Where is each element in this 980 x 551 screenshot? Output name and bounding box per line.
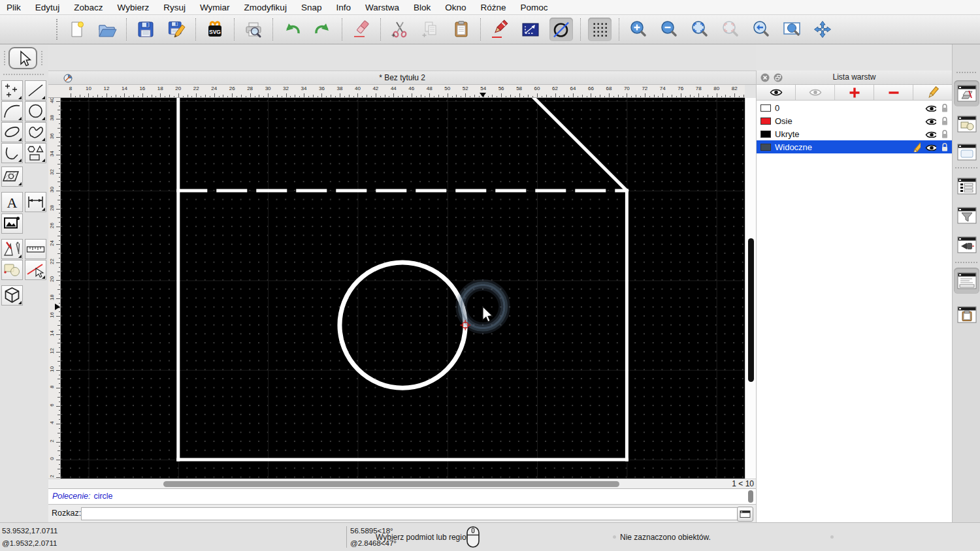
menu-item-plik[interactable]: Plik [7, 3, 21, 12]
draw-tools-tool-button[interactable] [1, 239, 23, 259]
blocks-tool-button[interactable] [1, 260, 23, 280]
arc-tool-button[interactable] [1, 101, 23, 121]
horizontal-scrollbar-thumb[interactable] [163, 481, 619, 487]
spline-tool-button[interactable] [25, 122, 46, 142]
remove-layer-button[interactable] [874, 85, 913, 100]
layer-lock-icon[interactable] [941, 129, 949, 139]
clipboard-panel-button[interactable] [954, 302, 979, 328]
menu-item-info[interactable]: Info [336, 3, 351, 12]
palette-drag-handle[interactable] [3, 74, 44, 75]
layer-lock-icon[interactable] [941, 103, 949, 113]
layer-color-swatch[interactable] [760, 131, 771, 138]
view-options-panel-button[interactable] [954, 232, 979, 258]
shapes-tool-button[interactable] [25, 143, 46, 163]
selection-pointer-button[interactable] [8, 47, 37, 69]
select-entity-tool-button[interactable] [25, 260, 46, 280]
menu-item-edytuj[interactable]: Edytuj [35, 3, 60, 12]
layer-row-osie[interactable]: Osie [757, 114, 952, 127]
layer-row-widoczne[interactable]: Widoczne [757, 140, 952, 153]
zoom-in-button[interactable] [627, 18, 650, 41]
points-tool-button[interactable] [1, 80, 23, 101]
toolbar-drag-handle[interactable] [56, 19, 57, 40]
document-tab-title[interactable]: * Bez tytułu 2 [48, 71, 756, 85]
circle-tool-button[interactable] [25, 101, 46, 121]
circle-2points-button[interactable] [549, 18, 573, 41]
block-list-panel-button[interactable] [954, 111, 979, 137]
command-history-scrollbar[interactable] [748, 490, 753, 503]
edit-layer-button[interactable] [913, 85, 952, 100]
polyline-tool-button[interactable] [1, 143, 23, 163]
hide-all-layers-button[interactable] [796, 85, 835, 100]
line-tool-button[interactable] [25, 80, 46, 101]
dimension-tool-button[interactable] [25, 192, 46, 212]
palette-drag-handle[interactable] [41, 51, 42, 65]
menu-item-wybierz[interactable]: Wybierz [118, 3, 150, 12]
layer-row-0[interactable]: 0 [757, 101, 952, 114]
layer-visibility-icon[interactable] [925, 104, 936, 112]
paste-button[interactable] [449, 18, 473, 41]
open-file-button[interactable] [95, 18, 119, 41]
palette-drag-handle[interactable] [4, 51, 5, 65]
layer-color-swatch[interactable] [760, 144, 771, 151]
command-line-panel-button[interactable] [954, 268, 979, 294]
layer-color-swatch[interactable] [760, 104, 771, 112]
zoom-fit-button[interactable] [688, 18, 711, 41]
measure-tool-button[interactable] [25, 239, 46, 259]
menu-item-pomoc[interactable]: Pomoc [521, 3, 548, 12]
menu-item-blok[interactable]: Blok [414, 3, 431, 12]
vertical-scrollbar-thumb[interactable] [748, 238, 754, 382]
redo-button[interactable] [311, 18, 335, 41]
menu-item-wymiar[interactable]: Wymiar [200, 3, 230, 12]
dock-drag-handle[interactable] [956, 72, 976, 73]
zoom-auto-button[interactable] [719, 18, 742, 41]
command-window-button[interactable] [737, 507, 753, 522]
property-editor-panel-button[interactable] [954, 173, 979, 199]
menu-item-rysuj[interactable]: Rysuj [163, 3, 186, 12]
draw-pencil-button[interactable] [488, 18, 512, 41]
drawing-canvas[interactable] [61, 98, 745, 479]
layer-visibility-icon[interactable] [925, 118, 936, 125]
layer-row-ukryte[interactable]: Ukryte [757, 127, 952, 140]
grid-toggle-button[interactable] [588, 18, 612, 41]
selection-box-button[interactable] [519, 18, 542, 41]
layer-color-swatch[interactable] [760, 118, 771, 125]
menu-item-zmodyfikuj[interactable]: Zmodyfikuj [244, 3, 287, 12]
cut-button[interactable] [388, 18, 412, 41]
save-button[interactable] [134, 18, 157, 41]
library-browser-panel-button[interactable] [954, 139, 979, 165]
layer-lock-icon[interactable] [941, 116, 949, 126]
reset-eraser-button[interactable] [350, 18, 373, 41]
hatch-tool-button[interactable] [1, 166, 23, 187]
svg-export-button[interactable]: SVG [203, 18, 227, 41]
command-input[interactable] [81, 507, 740, 520]
new-document-button[interactable] [65, 18, 88, 41]
horizontal-scrollbar[interactable]: 1 < 10 [48, 479, 756, 488]
layer-lock-icon[interactable] [941, 142, 949, 152]
zoom-previous-button[interactable] [749, 18, 773, 41]
menu-item-okno[interactable]: Okno [445, 3, 466, 12]
menu-item-zobacz[interactable]: Zobacz [74, 3, 103, 12]
pan-button[interactable] [811, 18, 834, 41]
copy-button[interactable] [419, 18, 442, 41]
print-preview-button[interactable] [242, 18, 265, 41]
edit-layer-icon[interactable] [911, 142, 921, 152]
menu-item-snap[interactable]: Snap [301, 3, 322, 12]
layer-visibility-icon[interactable] [925, 144, 936, 151]
menu-item-różne[interactable]: Różne [481, 3, 506, 12]
image-tool-button[interactable] [1, 213, 23, 234]
layer-list-panel-button[interactable] [954, 80, 979, 106]
zoom-out-button[interactable] [657, 18, 681, 41]
vertical-scrollbar[interactable] [745, 98, 756, 479]
command-history[interactable]: Polecenie:circle [48, 488, 756, 504]
ellipse-tool-button[interactable] [1, 122, 23, 142]
layer-visibility-icon[interactable] [925, 131, 936, 138]
zoom-window-button[interactable] [780, 18, 804, 41]
selection-filter-panel-button[interactable] [954, 202, 979, 228]
menu-item-warstwa[interactable]: Warstwa [365, 3, 399, 12]
text-tool-button[interactable]: A [1, 192, 23, 212]
save-as-button[interactable] [165, 18, 188, 41]
solid-3d-tool-button[interactable] [1, 285, 23, 306]
undo-button[interactable] [280, 18, 304, 41]
show-all-layers-button[interactable] [757, 85, 796, 100]
add-layer-button[interactable] [835, 85, 874, 100]
